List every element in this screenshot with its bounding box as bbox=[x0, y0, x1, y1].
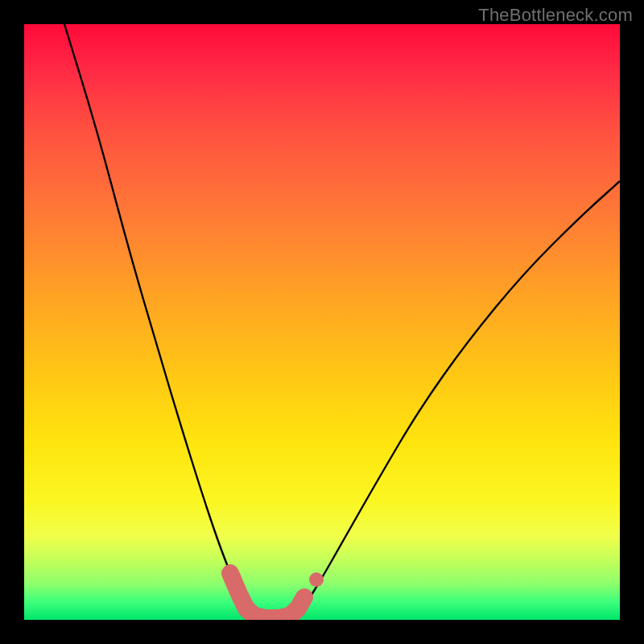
chart-frame: TheBottleneck.com bbox=[0, 0, 644, 644]
bottleneck-curve bbox=[64, 24, 620, 619]
marker-dot bbox=[309, 572, 324, 587]
curve-layer bbox=[24, 24, 620, 620]
plot-area bbox=[24, 24, 620, 620]
marker-worm bbox=[230, 573, 304, 618]
watermark-text: TheBottleneck.com bbox=[478, 5, 633, 26]
